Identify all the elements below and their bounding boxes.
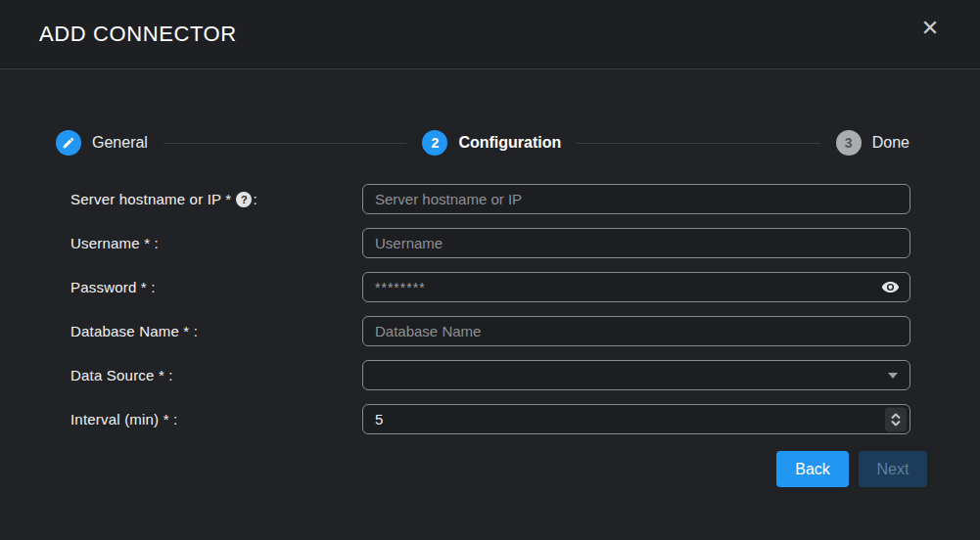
step-general[interactable]: General <box>56 130 148 156</box>
datasource-select[interactable] <box>362 360 910 390</box>
back-button[interactable]: Back <box>776 451 849 487</box>
step-label-done: Done <box>872 134 910 152</box>
datasource-field-wrap <box>362 360 910 390</box>
wizard-stepper: General 2 Configuration 3 Done <box>56 130 910 156</box>
step-done[interactable]: 3 Done <box>836 130 910 156</box>
database-input[interactable] <box>362 316 910 346</box>
step-configuration[interactable]: 2 Configuration <box>422 130 561 156</box>
dialog-title: ADD CONNECTOR <box>39 22 237 47</box>
password-field-wrap <box>362 272 910 302</box>
datasource-label: Data Source * : <box>70 367 362 383</box>
username-label: Username * : <box>70 235 362 251</box>
configuration-form: Server hostname or IP * ? : Username * :… <box>0 184 980 434</box>
step-label-general: General <box>92 134 148 152</box>
form-row-hostname: Server hostname or IP * ? : <box>70 184 980 214</box>
form-row-database: Database Name * : <box>70 316 980 346</box>
interval-field-wrap <box>362 404 910 434</box>
username-field-wrap <box>362 228 910 258</box>
password-input[interactable] <box>362 272 910 302</box>
dialog-header: ADD CONNECTOR ✕ <box>0 0 980 69</box>
hostname-label: Server hostname or IP * ? : <box>70 191 362 207</box>
dialog-actions: Back Next <box>0 451 927 487</box>
step-number-3: 3 <box>836 130 862 156</box>
chevron-down-icon[interactable] <box>888 373 898 379</box>
stepper-connector-line <box>577 143 819 144</box>
pencil-icon <box>56 130 81 156</box>
database-field-wrap <box>362 316 910 346</box>
form-row-datasource: Data Source * : <box>70 360 980 390</box>
step-number-2: 2 <box>422 130 447 156</box>
chevron-down-icon <box>891 420 901 426</box>
interval-input[interactable] <box>362 404 910 434</box>
password-label: Password * : <box>70 279 362 295</box>
eye-icon[interactable] <box>880 278 900 297</box>
interval-label: Interval (min) * : <box>70 411 362 428</box>
hostname-input[interactable] <box>362 184 910 214</box>
hostname-field-wrap <box>362 184 910 214</box>
close-icon[interactable]: ✕ <box>917 16 943 41</box>
database-label: Database Name * : <box>70 323 362 339</box>
username-input[interactable] <box>362 228 910 258</box>
next-button[interactable]: Next <box>859 451 927 487</box>
number-stepper[interactable] <box>885 407 907 431</box>
chevron-up-icon <box>891 413 901 419</box>
form-row-password: Password * : <box>70 272 980 302</box>
stepper-connector-line <box>163 143 406 144</box>
step-label-configuration: Configuration <box>458 134 561 152</box>
form-row-interval: Interval (min) * : <box>70 404 980 434</box>
help-icon[interactable]: ? <box>236 192 252 207</box>
form-row-username: Username * : <box>70 228 980 258</box>
add-connector-dialog: ADD CONNECTOR ✕ General 2 Configuration … <box>0 0 980 540</box>
